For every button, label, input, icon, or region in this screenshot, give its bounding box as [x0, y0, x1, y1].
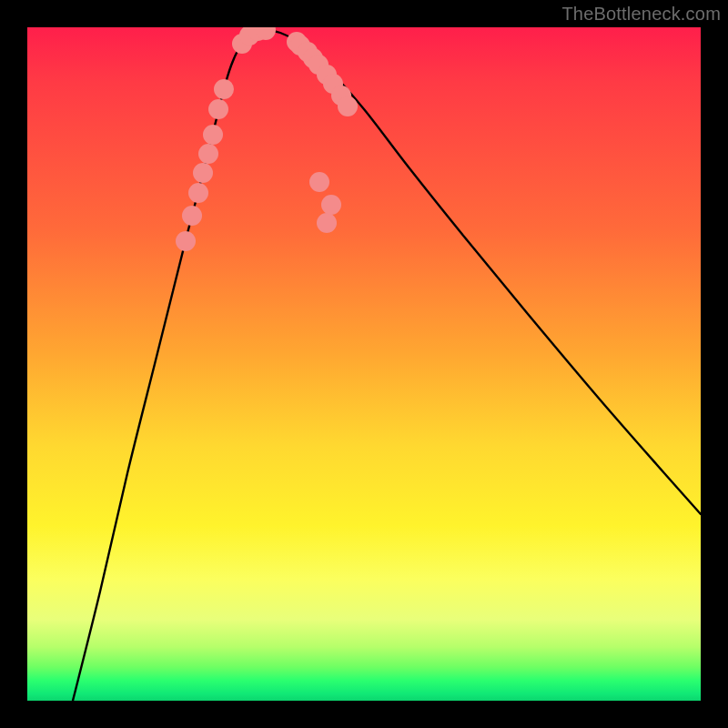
watermark-text: TheBottleneck.com: [561, 4, 721, 25]
highlight-dot: [208, 99, 228, 119]
curve-layer: [27, 27, 701, 701]
plot-area: [27, 27, 701, 701]
highlight-dot: [182, 206, 202, 226]
bottleneck-curve: [73, 30, 701, 701]
highlight-dot: [338, 96, 358, 116]
chart-frame: TheBottleneck.com: [0, 0, 728, 728]
highlight-dot: [188, 183, 208, 203]
highlight-dot: [193, 163, 213, 183]
highlight-dot: [321, 195, 341, 215]
highlight-dot: [203, 125, 223, 145]
highlight-dot: [214, 79, 234, 99]
highlight-dot: [176, 231, 196, 251]
highlight-dots: [176, 27, 358, 251]
highlight-dot: [309, 172, 329, 192]
highlight-dot: [317, 213, 337, 233]
highlight-dot: [198, 144, 218, 164]
